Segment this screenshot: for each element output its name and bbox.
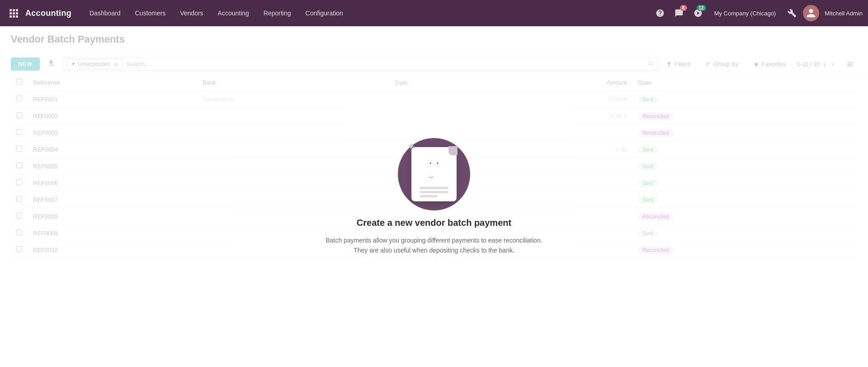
doc-face: · ·⌣ xyxy=(429,156,439,181)
username[interactable]: Mitchell Admin xyxy=(825,10,863,17)
svg-rect-5 xyxy=(16,12,18,14)
app-brand: Accounting xyxy=(25,9,71,18)
svg-rect-0 xyxy=(9,9,12,11)
doc-illustration: ✦ · ·⌣ xyxy=(411,147,457,201)
svg-rect-3 xyxy=(9,12,12,14)
topnav-right: 8 12 My Company (Chicago) Mitchell Admin xyxy=(652,5,863,21)
content-area: Reference Bank Date Amount State REF0001… xyxy=(0,74,868,258)
empty-state-title: Create a new vendor batch payment xyxy=(357,218,511,228)
svg-rect-7 xyxy=(13,15,15,18)
svg-rect-1 xyxy=(13,9,15,11)
nav-reporting[interactable]: Reporting xyxy=(256,0,298,26)
svg-rect-4 xyxy=(13,12,15,14)
empty-state-illustration: ✦ · ·⌣ xyxy=(398,138,470,210)
avatar[interactable] xyxy=(803,5,819,21)
company-name[interactable]: My Company (Chicago) xyxy=(709,10,782,17)
nav-customers[interactable]: Customers xyxy=(128,0,173,26)
apps-icon[interactable] xyxy=(5,5,22,21)
doc-lines xyxy=(420,187,448,197)
nav-accounting[interactable]: Accounting xyxy=(211,0,256,26)
svg-rect-6 xyxy=(9,15,12,18)
chat-icon[interactable]: 8 xyxy=(671,5,687,21)
svg-rect-2 xyxy=(16,9,18,11)
activity-badge: 12 xyxy=(697,5,706,11)
doc-line-2 xyxy=(420,191,448,193)
svg-rect-8 xyxy=(16,15,18,18)
nav-configuration[interactable]: Configuration xyxy=(298,0,350,26)
doc-line-1 xyxy=(420,187,448,189)
empty-state-content: ✦ · ·⌣ Create a new vendor batch payment… xyxy=(303,120,565,274)
nav-menu: Dashboard Customers Vendors Accounting R… xyxy=(82,0,652,26)
nav-vendors[interactable]: Vendors xyxy=(173,0,210,26)
doc-shine: ✦ xyxy=(407,141,415,153)
support-icon[interactable] xyxy=(652,5,668,21)
nav-dashboard[interactable]: Dashboard xyxy=(82,0,128,26)
chat-badge: 8 xyxy=(680,5,687,11)
doc-line-3 xyxy=(420,195,438,197)
empty-state-overlay: ✦ · ·⌣ Create a new vendor batch payment… xyxy=(0,26,868,367)
top-navigation: Accounting Dashboard Customers Vendors A… xyxy=(0,0,868,26)
settings-icon[interactable] xyxy=(784,5,800,21)
activity-icon[interactable]: 12 xyxy=(690,5,706,21)
empty-state-description: Batch payments allow you grouping differ… xyxy=(321,235,547,256)
